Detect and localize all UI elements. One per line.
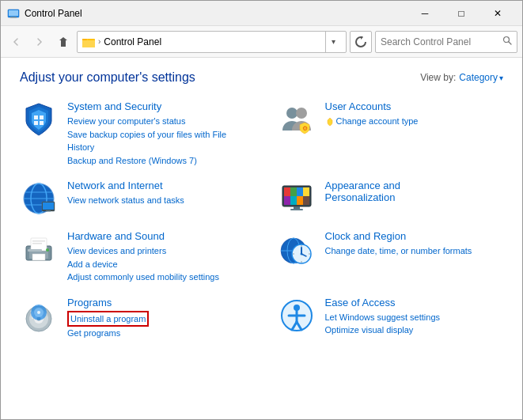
svg-point-62 [37, 311, 40, 314]
svg-rect-23 [43, 202, 54, 210]
hardware-link-1[interactable]: View devices and printers [67, 244, 246, 258]
system-title[interactable]: System and Security [67, 100, 246, 112]
minimize-button[interactable]: ─ [407, 1, 443, 26]
hardware-icon [20, 230, 58, 268]
category-appearance: Appearance andPersonalization [278, 180, 504, 218]
category-user: ⚙ User Accounts Change account type [278, 100, 504, 167]
view-by-dropdown[interactable]: Category ▾ [459, 72, 503, 83]
breadcrumb-chevron: › [98, 37, 100, 46]
svg-point-43 [46, 248, 49, 252]
network-link-1[interactable]: View network status and tasks [67, 194, 246, 207]
category-clock: Clock and Region Change date, time, or n… [278, 230, 504, 284]
svg-rect-11 [34, 121, 38, 125]
programs-content: Programs Uninstall a program Get program… [67, 297, 246, 340]
system-link-1[interactable]: Review your computer's status [67, 115, 246, 128]
system-link-3[interactable]: Backup and Restore (Windows 7) [67, 154, 246, 168]
app-icon [7, 7, 20, 20]
svg-rect-24 [46, 210, 51, 212]
ease-content: Ease of Access Let Windows suggest setti… [325, 297, 504, 337]
breadcrumb: › Control Panel [82, 36, 320, 48]
category-programs: Programs Uninstall a program Get program… [20, 297, 246, 340]
folder-icon [82, 36, 95, 48]
svg-point-13 [286, 108, 298, 119]
svg-rect-27 [284, 187, 290, 196]
svg-rect-30 [303, 187, 309, 196]
categories-grid: System and Security Review your computer… [20, 100, 503, 340]
svg-rect-1 [9, 10, 18, 16]
content-header: Adjust your computer's settings View by:… [20, 70, 503, 85]
category-hardware: Hardware and Sound View devices and prin… [20, 230, 246, 284]
up-button[interactable] [53, 32, 74, 52]
svg-rect-40 [32, 240, 45, 242]
address-field[interactable]: › Control Panel ▾ [77, 31, 347, 53]
address-bar: › Control Panel ▾ [1, 26, 522, 58]
network-icon [20, 180, 58, 218]
clock-content: Clock and Region Change date, time, or n… [325, 230, 504, 258]
svg-rect-33 [297, 196, 303, 205]
svg-point-14 [296, 108, 307, 119]
refresh-button[interactable] [350, 31, 372, 53]
svg-text:⚙: ⚙ [301, 125, 307, 132]
hardware-title[interactable]: Hardware and Sound [67, 230, 246, 242]
category-network: Network and Internet View network status… [20, 180, 246, 218]
svg-rect-34 [303, 196, 309, 205]
category-ease: Ease of Access Let Windows suggest setti… [278, 297, 504, 340]
appearance-content: Appearance andPersonalization [325, 180, 504, 206]
svg-rect-29 [297, 187, 303, 196]
view-by: View by: Category ▾ [420, 72, 503, 83]
system-icon [20, 100, 58, 138]
user-link-1[interactable]: Change account type [325, 115, 504, 128]
system-link-2[interactable]: Save backup copies of your files with Fi… [67, 128, 246, 154]
view-by-label: View by: [420, 72, 456, 83]
ease-link-1[interactable]: Let Windows suggest settings [325, 311, 504, 324]
svg-rect-31 [284, 196, 290, 205]
category-system: System and Security Review your computer… [20, 100, 246, 167]
programs-link-1[interactable]: Uninstall a program [67, 311, 149, 327]
svg-rect-2 [10, 17, 17, 18]
appearance-icon [278, 180, 316, 218]
network-title[interactable]: Network and Internet [67, 180, 246, 191]
network-content: Network and Internet View network status… [67, 180, 246, 207]
address-dropdown-button[interactable]: ▾ [325, 31, 341, 53]
search-box[interactable] [375, 31, 517, 53]
programs-title[interactable]: Programs [67, 297, 246, 308]
svg-rect-9 [34, 115, 38, 119]
page-title: Adjust your computer's settings [20, 70, 195, 85]
svg-rect-3 [61, 44, 66, 47]
clock-link-1[interactable]: Change date, time, or number formats [325, 244, 504, 258]
svg-rect-36 [290, 209, 303, 210]
search-input[interactable] [381, 36, 499, 47]
search-icon [502, 36, 512, 47]
svg-rect-39 [31, 238, 47, 251]
svg-rect-10 [40, 115, 44, 119]
user-icon: ⚙ [278, 100, 316, 138]
user-title[interactable]: User Accounts [325, 100, 504, 112]
svg-rect-41 [32, 243, 42, 244]
user-content: User Accounts Change account type [325, 100, 504, 128]
svg-rect-32 [290, 196, 297, 205]
programs-icon [20, 297, 58, 335]
breadcrumb-text: Control Panel [104, 36, 161, 47]
svg-rect-42 [32, 254, 45, 260]
system-content: System and Security Review your computer… [67, 100, 246, 167]
forward-button[interactable] [29, 32, 50, 52]
svg-rect-44 [28, 249, 42, 252]
programs-link-2[interactable]: Get programs [67, 327, 246, 340]
ease-title[interactable]: Ease of Access [325, 297, 504, 308]
clock-title[interactable]: Clock and Region [325, 230, 504, 242]
ease-link-2[interactable]: Optimize visual display [325, 324, 504, 337]
svg-rect-6 [82, 39, 87, 40]
close-button[interactable]: ✕ [479, 1, 516, 26]
hardware-link-3[interactable]: Adjust commonly used mobility settings [67, 271, 246, 284]
back-button[interactable] [6, 32, 26, 52]
window-title: Control Panel [25, 8, 407, 19]
svg-rect-28 [290, 187, 297, 196]
svg-line-8 [509, 42, 512, 45]
ease-icon [278, 297, 316, 335]
hardware-link-2[interactable]: Add a device [67, 258, 246, 271]
svg-rect-12 [40, 121, 44, 125]
title-bar: Control Panel ─ □ ✕ [1, 1, 522, 26]
appearance-title[interactable]: Appearance andPersonalization [325, 180, 504, 203]
window-controls: ─ □ ✕ [407, 1, 516, 26]
maximize-button[interactable]: □ [443, 1, 479, 26]
